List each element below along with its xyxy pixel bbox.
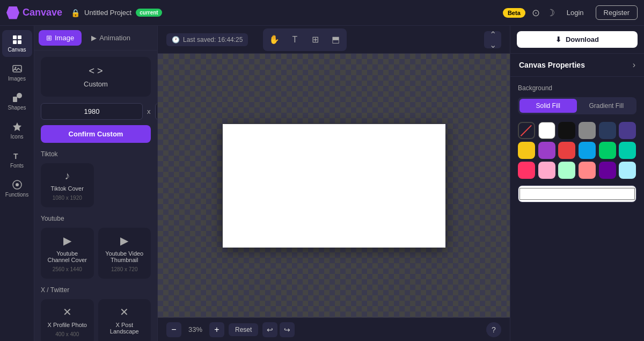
functions-icon bbox=[12, 179, 23, 190]
color-swatch-white[interactable] bbox=[538, 122, 555, 139]
section-youtube-title: Youtube bbox=[41, 215, 151, 222]
download-button[interactable]: ⬇ Download bbox=[517, 31, 638, 48]
color-swatch-light-blue[interactable] bbox=[619, 162, 636, 179]
custom-color-input[interactable] bbox=[518, 185, 636, 202]
canvas-properties-title: Canvas Properties bbox=[519, 61, 585, 69]
svg-point-7 bbox=[17, 93, 22, 98]
color-swatch-blue[interactable] bbox=[579, 142, 596, 159]
color-swatch-black[interactable] bbox=[558, 122, 575, 139]
project-name: Untitled Project bbox=[84, 9, 131, 17]
animation-tab[interactable]: ▶ Animation bbox=[84, 30, 138, 46]
color-swatch-salmon[interactable] bbox=[579, 162, 596, 179]
element-tool-button[interactable]: ⬒ bbox=[326, 31, 345, 49]
dark-mode-icon[interactable]: ☽ bbox=[546, 7, 555, 19]
icons-icon bbox=[12, 121, 23, 132]
undo-button[interactable]: ↩ bbox=[262, 322, 277, 337]
color-swatch-red[interactable] bbox=[558, 142, 575, 159]
color-grid bbox=[518, 122, 636, 179]
canvas-bottom-bar: − 33% + Reset ↩ ↪ ? bbox=[158, 317, 510, 341]
collapse-icon[interactable]: › bbox=[633, 60, 635, 70]
color-swatch-pink-red[interactable] bbox=[518, 162, 535, 179]
animation-tab-icon: ▶ bbox=[91, 34, 97, 42]
image-tool-button[interactable]: ⊞ bbox=[306, 31, 324, 49]
tiktok-cover-preset[interactable]: ♪ Tiktok Cover 1080 x 1920 bbox=[41, 163, 94, 207]
x-post-landscape-preset[interactable]: ✕ X Post Landscape bbox=[98, 299, 151, 341]
sidebar-item-functions[interactable]: Functions bbox=[2, 175, 32, 202]
color-swatch-purple[interactable] bbox=[538, 142, 555, 159]
color-swatch-transparent[interactable] bbox=[518, 122, 535, 139]
svg-rect-2 bbox=[13, 40, 17, 44]
project-icon: 🔒 bbox=[71, 9, 80, 17]
color-swatch-dark-blue[interactable] bbox=[599, 122, 616, 139]
width-input[interactable] bbox=[41, 103, 143, 120]
saved-time-text: Last saved: 16:44:25 bbox=[183, 36, 243, 43]
sidebar-item-canvas[interactable]: Canvas bbox=[2, 30, 32, 57]
color-swatch-teal[interactable] bbox=[619, 142, 636, 159]
hand-tool-button[interactable]: ✋ bbox=[265, 31, 283, 49]
canvas-viewport[interactable] bbox=[158, 54, 510, 317]
fill-tabs: Solid Fill Gradient Fill bbox=[518, 97, 636, 114]
zoom-level: 33% bbox=[186, 325, 205, 333]
svg-rect-1 bbox=[18, 35, 21, 39]
section-twitter: X / Twitter ✕ X Profile Photo 400 x 400 … bbox=[41, 286, 151, 341]
color-swatch-light-pink[interactable] bbox=[538, 162, 555, 179]
logo[interactable]: Canvave bbox=[6, 6, 62, 19]
canvas-label: Canvas bbox=[8, 47, 26, 53]
color-swatch-purple-dark[interactable] bbox=[619, 122, 636, 139]
x-profile-photo-preset[interactable]: ✕ X Profile Photo 400 x 400 bbox=[41, 299, 94, 341]
youtube-thumbnail-preset[interactable]: ▶ Youtube Video Thumbnail 1280 x 720 bbox=[98, 228, 151, 279]
sidebar-item-images[interactable]: Images bbox=[2, 59, 32, 86]
zoom-in-button[interactable]: + bbox=[209, 322, 224, 337]
solid-fill-tab[interactable]: Solid Fill bbox=[519, 99, 577, 113]
text-tool-button[interactable]: T bbox=[286, 31, 304, 49]
right-panel-content: Background Solid Fill Gradient Fill bbox=[510, 77, 644, 341]
youtube-channel-cover-preset[interactable]: ▶ Youtube Channel Cover 2560 x 1440 bbox=[41, 228, 94, 279]
nav-right: Beta ⊙ ☽ Login Register bbox=[503, 5, 638, 20]
zoom-out-button[interactable]: − bbox=[166, 322, 181, 337]
youtube-thumbnail-icon: ▶ bbox=[120, 234, 128, 247]
gradient-fill-tab[interactable]: Gradient Fill bbox=[578, 99, 635, 113]
svg-rect-6 bbox=[13, 97, 17, 102]
custom-icon: < > bbox=[89, 66, 103, 77]
badge-current: current bbox=[136, 9, 162, 17]
canvas-icon bbox=[12, 34, 23, 45]
fonts-label: Fonts bbox=[10, 163, 24, 169]
top-nav: Canvave 🔒 Untitled Project current Beta … bbox=[0, 0, 644, 26]
functions-label: Functions bbox=[5, 192, 28, 198]
youtube-grid: ▶ Youtube Channel Cover 2560 x 1440 ▶ Yo… bbox=[41, 228, 151, 279]
left-panel: ⊞ Image ▶ Animation < > Custom x Confirm… bbox=[34, 26, 158, 341]
section-tiktok: Tiktok ♪ Tiktok Cover 1080 x 1920 bbox=[41, 150, 151, 207]
section-twitter-title: X / Twitter bbox=[41, 286, 151, 294]
sidebar-item-fonts[interactable]: T Fonts bbox=[2, 146, 32, 173]
main-layout: Canvas Images Shapes Icons T Fonts Funct… bbox=[0, 26, 644, 341]
redo-button[interactable]: ↪ bbox=[280, 322, 295, 337]
register-button[interactable]: Register bbox=[596, 5, 638, 20]
color-swatch-green[interactable] bbox=[599, 142, 616, 159]
custom-label: Custom bbox=[84, 80, 108, 88]
canvas-scroll-button[interactable]: ⌃⌄ bbox=[484, 31, 501, 48]
sidebar-item-shapes[interactable]: Shapes bbox=[2, 88, 32, 115]
download-section-top: ⬇ Download bbox=[510, 26, 644, 54]
custom-preset[interactable]: < > Custom bbox=[41, 57, 151, 97]
color-swatch-dark-purple[interactable] bbox=[599, 162, 616, 179]
github-icon[interactable]: ⊙ bbox=[532, 7, 540, 19]
canvas-white-area bbox=[223, 124, 445, 248]
height-input[interactable] bbox=[155, 103, 158, 120]
section-youtube: Youtube ▶ Youtube Channel Cover 2560 x 1… bbox=[41, 215, 151, 279]
x-profile-icon: ✕ bbox=[63, 306, 72, 318]
reset-button[interactable]: Reset bbox=[229, 323, 258, 336]
badge-beta: Beta bbox=[503, 8, 525, 18]
color-swatch-light-green[interactable] bbox=[558, 162, 575, 179]
sidebar-item-icons[interactable]: Icons bbox=[2, 117, 32, 144]
youtube-channel-icon: ▶ bbox=[63, 234, 71, 247]
image-tab[interactable]: ⊞ Image bbox=[39, 30, 82, 46]
svg-rect-3 bbox=[18, 40, 21, 44]
color-swatch-gray[interactable] bbox=[579, 122, 596, 139]
project-info: 🔒 Untitled Project current bbox=[71, 9, 162, 17]
download-icon: ⬇ bbox=[555, 35, 561, 43]
confirm-custom-button[interactable]: Confirm Custom bbox=[41, 125, 151, 143]
login-button[interactable]: Login bbox=[561, 6, 589, 19]
logo-icon bbox=[6, 6, 19, 19]
color-swatch-yellow[interactable] bbox=[518, 142, 535, 159]
help-button[interactable]: ? bbox=[486, 322, 501, 337]
